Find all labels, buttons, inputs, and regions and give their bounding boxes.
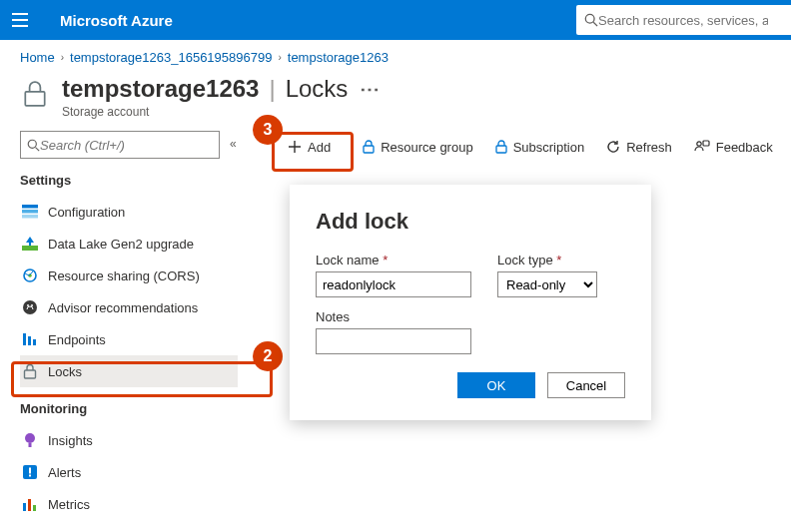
add-lock-dialog: Add lock Lock name * Lock type * Read-on…	[290, 185, 651, 420]
sidebar-item-configuration[interactable]: Configuration	[20, 196, 238, 228]
svg-rect-25	[33, 505, 36, 511]
lock-type-select[interactable]: Read-only	[497, 271, 597, 297]
global-search-input[interactable]	[598, 13, 768, 28]
cancel-button[interactable]: Cancel	[547, 372, 625, 398]
breadcrumb-level2[interactable]: tempstorage1263	[288, 50, 389, 65]
breadcrumb: Home › tempstorage1263_1656195896799 › t…	[0, 40, 791, 71]
chevron-right-icon: ›	[61, 52, 64, 63]
refresh-button[interactable]: Refresh	[606, 140, 672, 155]
search-icon	[584, 13, 598, 27]
svg-rect-29	[703, 141, 709, 146]
svg-rect-23	[23, 503, 26, 511]
more-button[interactable]: ⋯	[354, 79, 380, 99]
sidebar-item-locks[interactable]: Locks	[20, 355, 238, 387]
resource-group-label: Resource group	[381, 140, 473, 155]
feedback-button[interactable]: Feedback	[694, 140, 773, 155]
configuration-icon	[22, 204, 38, 220]
svg-rect-17	[25, 370, 36, 378]
sidebar-item-label: Configuration	[48, 205, 125, 220]
sidebar-item-alerts[interactable]: Alerts	[20, 456, 238, 488]
svg-rect-27	[496, 146, 506, 153]
lock-icon	[495, 140, 507, 154]
svg-point-11	[23, 300, 37, 314]
svg-rect-8	[22, 246, 38, 251]
breadcrumb-level1[interactable]: tempstorage1263_1656195896799	[70, 50, 272, 65]
collapse-chevron-icon[interactable]: «	[230, 137, 237, 151]
resource-subtitle: Storage account	[62, 105, 771, 119]
feedback-icon	[694, 140, 710, 154]
sidebar-item-datalake-upgrade[interactable]: Data Lake Gen2 upgrade	[20, 228, 238, 260]
lock-icon	[363, 140, 375, 154]
chevron-right-icon: ›	[278, 52, 281, 63]
svg-point-12	[27, 304, 29, 306]
section-monitoring: Monitoring	[20, 401, 238, 416]
sidebar-item-label: Alerts	[48, 465, 81, 480]
svg-rect-15	[28, 336, 31, 345]
insights-icon	[22, 432, 38, 448]
sidebar-item-metrics[interactable]: Metrics	[20, 488, 238, 520]
svg-rect-26	[364, 146, 374, 153]
breadcrumb-home[interactable]: Home	[20, 50, 55, 65]
sidebar-item-label: Resource sharing (CORS)	[48, 268, 200, 283]
title-separator: |	[269, 75, 275, 103]
svg-rect-22	[29, 475, 31, 477]
svg-point-0	[585, 14, 594, 23]
top-bar: Microsoft Azure	[0, 0, 791, 40]
sidebar: Settings Configuration Data Lake Gen2 up…	[20, 131, 238, 520]
notes-input[interactable]	[316, 328, 471, 354]
metrics-icon	[22, 496, 38, 512]
svg-rect-24	[28, 499, 31, 511]
sidebar-item-insights[interactable]: Insights	[20, 424, 238, 456]
svg-rect-21	[29, 468, 31, 474]
endpoints-icon	[22, 331, 38, 347]
search-icon	[27, 139, 40, 152]
toolbar: Add Resource group Subscription Refresh …	[278, 131, 791, 163]
lock-type-label: Lock type *	[497, 253, 597, 267]
svg-rect-14	[23, 333, 26, 345]
sidebar-item-label: Advisor recommendations	[48, 300, 198, 315]
alerts-icon	[22, 464, 38, 480]
svg-line-1	[593, 22, 597, 26]
resource-group-button[interactable]: Resource group	[363, 140, 473, 155]
ok-button[interactable]: OK	[457, 372, 535, 398]
svg-line-4	[36, 147, 40, 151]
refresh-label: Refresh	[626, 140, 672, 155]
upgrade-icon	[22, 236, 38, 252]
notes-label: Notes	[316, 309, 625, 324]
svg-rect-5	[22, 205, 38, 209]
page-title: Locks	[286, 75, 349, 103]
lock-name-label: Lock name *	[316, 253, 471, 267]
svg-rect-19	[29, 443, 32, 447]
sidebar-search-input[interactable]	[40, 138, 213, 153]
brand-label: Microsoft Azure	[40, 12, 173, 29]
sidebar-item-label: Endpoints	[48, 332, 106, 347]
svg-point-18	[25, 433, 35, 443]
sidebar-item-advisor[interactable]: Advisor recommendations	[20, 291, 238, 323]
lock-icon	[22, 363, 38, 379]
refresh-icon	[606, 140, 620, 154]
sidebar-search[interactable]	[20, 131, 220, 159]
svg-rect-6	[22, 210, 38, 214]
sidebar-item-cors[interactable]: Resource sharing (CORS)	[20, 260, 238, 291]
add-button[interactable]: Add	[278, 136, 341, 159]
svg-rect-7	[22, 215, 38, 219]
lock-name-input[interactable]	[316, 271, 471, 297]
lock-icon	[20, 79, 50, 109]
sidebar-item-label: Data Lake Gen2 upgrade	[48, 237, 194, 252]
add-label: Add	[308, 140, 331, 155]
menu-button[interactable]	[0, 13, 40, 27]
svg-rect-2	[25, 92, 44, 106]
cors-icon	[22, 267, 38, 283]
feedback-label: Feedback	[716, 140, 773, 155]
global-search[interactable]	[576, 5, 791, 35]
advisor-icon	[22, 299, 38, 315]
svg-rect-16	[33, 339, 36, 345]
plus-icon	[288, 140, 302, 154]
subscription-button[interactable]: Subscription	[495, 140, 585, 155]
sidebar-item-label: Locks	[48, 364, 82, 379]
svg-point-3	[28, 140, 36, 148]
sidebar-item-endpoints[interactable]: Endpoints	[20, 323, 238, 355]
svg-point-28	[697, 142, 701, 146]
hamburger-icon	[12, 13, 28, 27]
subscription-label: Subscription	[513, 140, 585, 155]
